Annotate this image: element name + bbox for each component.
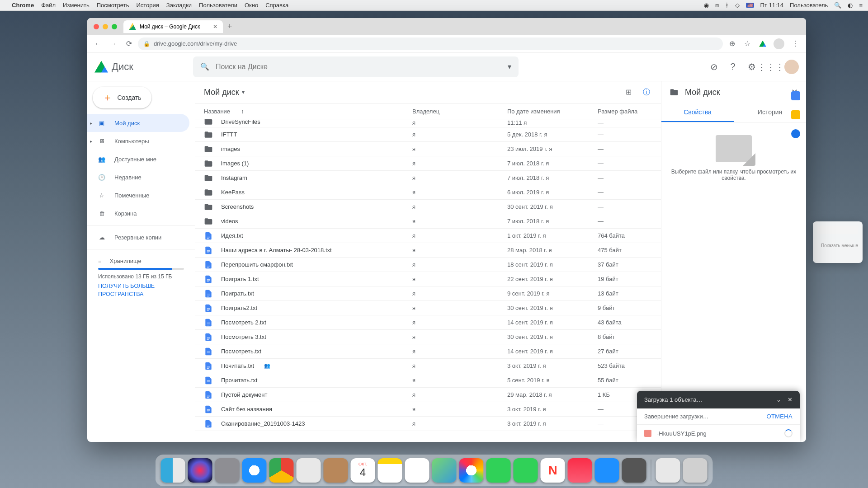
spotlight-icon[interactable]: 🔍 <box>834 2 841 9</box>
calendar-addon-icon[interactable] <box>791 91 800 100</box>
storage-label[interactable]: Хранилище <box>110 258 142 264</box>
dock-safari-icon[interactable] <box>242 458 267 483</box>
sort-arrow-icon[interactable]: ↑ <box>241 108 244 115</box>
file-row[interactable]: Перепрошить смарфон.txtя18 сент. 2019 г.… <box>195 258 661 272</box>
dock-launchpad-icon[interactable] <box>215 458 240 483</box>
browser-tab[interactable]: Мой диск – Google Диск ✕ <box>123 20 223 33</box>
sidebar-item-trash[interactable]: 🗑Корзина <box>87 204 189 222</box>
bluetooth-icon[interactable]: ᚼ <box>725 2 729 9</box>
file-row[interactable]: Посмотреть.txtя14 сент. 2019 г. я27 байт <box>195 344 661 359</box>
search-input[interactable] <box>216 63 501 71</box>
create-button[interactable]: ＋ Создать <box>93 87 151 108</box>
menu-file[interactable]: Файл <box>41 2 56 9</box>
profile-avatar-icon[interactable] <box>774 38 784 49</box>
file-row[interactable]: Почитать.txt👥я3 окт. 2019 г. я523 байта <box>195 359 661 373</box>
cancel-upload-button[interactable]: ОТМЕНА <box>767 413 793 420</box>
sidebar-item-shared[interactable]: 👥Доступные мне <box>87 150 189 168</box>
new-tab-button[interactable]: + <box>227 22 232 31</box>
search-options-icon[interactable]: ▾ <box>508 62 511 71</box>
search-box[interactable]: 🔍 ▾ <box>193 56 519 77</box>
forward-button[interactable]: → <box>107 38 120 50</box>
grid-view-icon[interactable]: ⊞ <box>623 88 634 97</box>
sidebar-item-drive[interactable]: ▸▣Мой диск <box>87 114 189 132</box>
menu-history[interactable]: История <box>136 2 159 9</box>
maximize-window-button[interactable] <box>112 24 117 29</box>
collapse-upload-icon[interactable]: ⌄ <box>776 396 781 403</box>
screen-record-icon[interactable]: ◉ <box>704 2 709 9</box>
minimize-window-button[interactable] <box>103 24 108 29</box>
drive-logo[interactable]: Диск <box>94 61 189 73</box>
app-name[interactable]: Chrome <box>12 2 34 9</box>
file-row[interactable]: Сайт без названияя3 окт. 2019 г. я— <box>195 402 661 417</box>
file-row[interactable]: Посмотреть 2.txtя14 сент. 2019 г. я43 ба… <box>195 315 661 330</box>
menu-bookmarks[interactable]: Закладки <box>166 2 192 9</box>
dock-trash-icon[interactable] <box>683 458 708 483</box>
reload-button[interactable]: ⟳ <box>123 38 135 50</box>
file-row[interactable]: Идея.txtя1 окт. 2019 г. я764 байта <box>195 229 661 243</box>
bookmark-star-icon[interactable]: ☆ <box>741 38 754 50</box>
back-button[interactable]: ← <box>92 38 104 50</box>
col-name-label[interactable]: Название <box>204 108 230 115</box>
address-bar[interactable]: 🔒 drive.google.com/drive/my-drive <box>138 38 723 50</box>
file-row[interactable]: Пустой документя29 мар. 2018 г. я1 КБ <box>195 388 661 402</box>
file-row[interactable]: imagesя23 июл. 2019 г. я— <box>195 142 661 156</box>
file-list[interactable]: DriveSyncFilesя11:11 я—IFTTTя5 дек. 2018… <box>195 119 661 442</box>
dropbox-icon[interactable]: ⧈ <box>715 2 719 9</box>
dock-appstore-icon[interactable] <box>595 458 619 483</box>
dock-keychain-icon[interactable] <box>656 458 680 483</box>
dock-news-icon[interactable]: N <box>541 458 565 483</box>
dock-photos-icon[interactable] <box>459 458 484 483</box>
info-icon[interactable]: ⓘ <box>641 88 652 97</box>
chevron-right-icon[interactable]: ▸ <box>90 139 92 144</box>
col-owner-label[interactable]: Владелец <box>412 108 507 115</box>
dock-calendar-icon[interactable]: ОКТ.4 <box>351 458 375 483</box>
settings-gear-icon[interactable]: ⚙ <box>746 61 757 72</box>
siri-icon[interactable]: ◐ <box>848 2 853 9</box>
input-lang-icon[interactable]: 🇺🇸 <box>746 3 754 8</box>
dock-maps-icon[interactable] <box>432 458 457 483</box>
support-icon[interactable]: ? <box>727 61 738 72</box>
ready-offline-icon[interactable]: ⊘ <box>708 61 719 72</box>
install-app-icon[interactable]: ⊕ <box>726 38 738 50</box>
dock-finder-icon[interactable] <box>161 458 185 483</box>
dock-messages-icon[interactable] <box>486 458 511 483</box>
file-row[interactable]: IFTTTя5 дек. 2018 г. я— <box>195 127 661 142</box>
clock[interactable]: Пт 11:14 <box>760 2 783 9</box>
menu-view[interactable]: Посмотреть <box>97 2 129 9</box>
menu-edit[interactable]: Изменить <box>63 2 90 9</box>
file-row[interactable]: Instagramя7 июл. 2018 г. я— <box>195 171 661 185</box>
get-more-storage-link[interactable]: ПОЛУЧИТЬ БОЛЬШЕ ПРОСТРАНСТВА <box>98 282 184 298</box>
dock-siri-icon[interactable] <box>188 458 212 483</box>
file-row[interactable]: Screenshotsя30 сент. 2019 г. я— <box>195 200 661 214</box>
apps-grid-icon[interactable]: ⋮⋮⋮ <box>765 61 776 72</box>
account-avatar[interactable] <box>784 60 799 74</box>
notifications-icon[interactable]: ≡ <box>859 2 863 9</box>
chrome-menu-icon[interactable]: ⋮ <box>789 38 802 50</box>
file-row[interactable]: Посмотреть 3.txtя30 сент. 2019 г. я8 бай… <box>195 330 661 344</box>
sidebar-item-devices[interactable]: ▸🖥Компьютеры <box>87 132 189 150</box>
file-row[interactable]: DriveSyncFilesя11:11 я— <box>195 119 661 127</box>
sidebar-item-clock[interactable]: 🕑Недавние <box>87 168 189 186</box>
menu-help[interactable]: Справка <box>265 2 288 9</box>
close-upload-icon[interactable]: ✕ <box>788 396 793 403</box>
chevron-right-icon[interactable]: ▸ <box>90 121 92 126</box>
dock-notes-icon[interactable] <box>378 458 402 483</box>
file-row[interactable]: KeePassя6 июл. 2019 г. я— <box>195 185 661 200</box>
file-row[interactable]: Поиграть 1.txtя22 сент. 2019 г. я19 байт <box>195 272 661 286</box>
file-row[interactable]: Наши адреса в г. Алматы- 28-03-2018.txtя… <box>195 243 661 258</box>
file-row[interactable]: Сканирование_20191003-1423я3 окт. 2019 г… <box>195 417 661 431</box>
close-tab-icon[interactable]: ✕ <box>213 23 217 30</box>
sidebar-item-backups[interactable]: ☁ Резервные копии <box>87 228 189 246</box>
dock-preferences-icon[interactable] <box>622 458 646 483</box>
breadcrumb[interactable]: Мой диск ▾ <box>204 88 245 97</box>
dock-facetime-icon[interactable] <box>514 458 538 483</box>
wifi-icon[interactable]: ◇ <box>735 2 740 9</box>
dock-music-icon[interactable] <box>568 458 592 483</box>
menu-window[interactable]: Окно <box>245 2 258 9</box>
file-row[interactable]: Поиграть2.txtя30 сент. 2019 г. я9 байт <box>195 301 661 315</box>
file-row[interactable]: images (1)я7 июл. 2018 г. я— <box>195 156 661 171</box>
file-row[interactable]: Прочитать.txtя5 сент. 2019 г. я55 байт <box>195 373 661 388</box>
tasks-addon-icon[interactable] <box>791 129 800 138</box>
col-size-label[interactable]: Размер файла <box>598 108 661 115</box>
file-row[interactable]: Поиграть.txtя9 сент. 2019 г. я13 байт <box>195 286 661 301</box>
